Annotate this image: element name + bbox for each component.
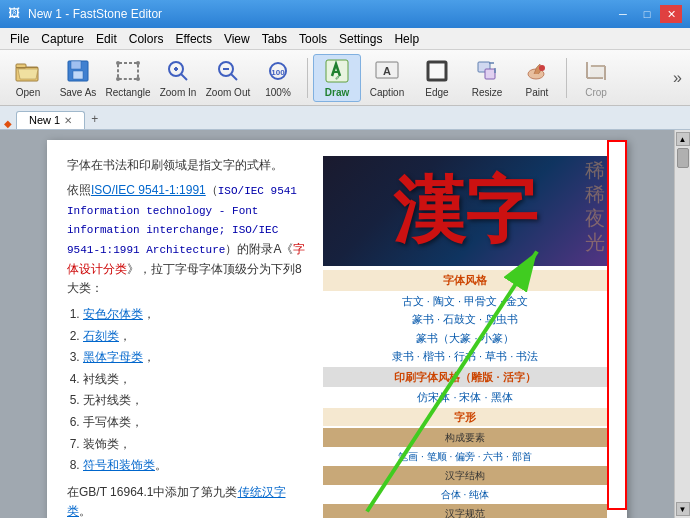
scroll-thumb[interactable] bbox=[677, 148, 689, 168]
hanzi-panel: 字体风格 古文 · 陶文 · 甲骨文 · 金文 篆书 · 石鼓文 · 鸟虫书 篆… bbox=[323, 270, 607, 518]
menu-colors[interactable]: Colors bbox=[123, 30, 170, 48]
app-icon: 🖼 bbox=[8, 6, 24, 22]
document: 字体在书法和印刷领域是指文字的式样。 依照ISO/IEC 9541-1:1991… bbox=[47, 140, 627, 518]
style-row2: 篆书 · 石鼓文 · 鸟虫书 bbox=[323, 311, 607, 328]
menu-bar: File Capture Edit Colors Effects View Ta… bbox=[0, 28, 690, 50]
svg-point-11 bbox=[136, 77, 140, 81]
paint-button[interactable]: Paint bbox=[513, 54, 561, 102]
svg-point-8 bbox=[116, 61, 120, 65]
svg-line-15 bbox=[181, 74, 187, 80]
crop-button[interactable]: Crop bbox=[572, 54, 620, 102]
print-style-row: 印刷字体风格（雕版 · 活字） bbox=[323, 367, 607, 388]
svg-rect-6 bbox=[73, 71, 83, 79]
svg-rect-5 bbox=[71, 61, 81, 69]
toolbar: Open Save As Rectangle bbox=[0, 50, 690, 106]
style-title: 字体风格 bbox=[323, 270, 607, 291]
svg-point-9 bbox=[136, 61, 140, 65]
style-row4: 隶书 · 楷书 · 行书 · 草书 · 书法 bbox=[323, 348, 607, 365]
window-title: New 1 - FastStone Editor bbox=[28, 7, 162, 21]
maximize-button[interactable]: □ bbox=[636, 5, 658, 23]
tab-add-button[interactable]: + bbox=[85, 110, 104, 129]
tab-label: New 1 bbox=[29, 114, 60, 126]
text-column: 字体在书法和印刷领域是指文字的式样。 依照ISO/IEC 9541-1:1991… bbox=[67, 156, 307, 518]
menu-tools[interactable]: Tools bbox=[293, 30, 333, 48]
hanzi-image: 稀稀夜光 漢字 bbox=[323, 156, 607, 266]
svg-text:A: A bbox=[383, 65, 391, 77]
svg-rect-26 bbox=[428, 62, 446, 80]
doc-area[interactable]: 字体在书法和印刷领域是指文字的式样。 依照ISO/IEC 9541-1:1991… bbox=[0, 130, 674, 518]
struct-items: 合体 · 纯体 bbox=[323, 487, 607, 502]
svg-rect-7 bbox=[118, 63, 138, 79]
edge-button[interactable]: Edge bbox=[413, 54, 461, 102]
draw-button[interactable]: ✐ Draw bbox=[313, 54, 361, 102]
footer-text: 在GB/T 16964.1中添加了第九类传统汉字类。 bbox=[67, 483, 307, 518]
menu-settings[interactable]: Settings bbox=[333, 30, 388, 48]
red-highlight-box bbox=[607, 140, 627, 510]
close-button[interactable]: ✕ bbox=[660, 5, 682, 23]
minimize-button[interactable]: ─ bbox=[612, 5, 634, 23]
svg-rect-29 bbox=[485, 69, 495, 79]
svg-rect-38 bbox=[590, 65, 604, 78]
svg-rect-2 bbox=[16, 67, 38, 68]
style-row1: 古文 · 陶文 · 甲骨文 · 金文 bbox=[323, 293, 607, 310]
intro-text: 字体在书法和印刷领域是指文字的式样。 bbox=[67, 156, 307, 175]
hanzi-main-char: 漢字 bbox=[393, 163, 537, 259]
menu-help[interactable]: Help bbox=[388, 30, 425, 48]
style-row3: 篆书（大篆 · 小篆） bbox=[323, 330, 607, 347]
zoom-out-button[interactable]: Zoom Out bbox=[204, 54, 252, 102]
norm-header: 汉字规范 bbox=[323, 504, 607, 518]
svg-line-18 bbox=[231, 74, 237, 80]
menu-capture[interactable]: Capture bbox=[35, 30, 90, 48]
svg-text:✐: ✐ bbox=[335, 75, 340, 81]
compose-header: 构成要素 bbox=[323, 428, 607, 447]
svg-point-10 bbox=[116, 77, 120, 81]
tab-bar: ◆ New 1 ✕ + bbox=[0, 106, 690, 130]
menu-view[interactable]: View bbox=[218, 30, 256, 48]
menu-tabs[interactable]: Tabs bbox=[256, 30, 293, 48]
para-text: 依照ISO/IEC 9541-1:1991（ISO/IEC 9541 Infor… bbox=[67, 181, 307, 298]
menu-effects[interactable]: Effects bbox=[169, 30, 217, 48]
right-column: 稀稀夜光 漢字 字体风格 古文 · 陶文 · 甲骨文 · 金文 篆书 · 石鼓文… bbox=[323, 156, 607, 518]
struct-header: 汉字结构 bbox=[323, 466, 607, 485]
tab-new1[interactable]: New 1 ✕ bbox=[16, 111, 85, 129]
save-as-button[interactable]: Save As bbox=[54, 54, 102, 102]
svg-point-33 bbox=[539, 65, 545, 71]
resize-button[interactable]: Resize bbox=[463, 54, 511, 102]
tab-close-icon[interactable]: ✕ bbox=[64, 115, 72, 126]
compose-items: 笔画 · 笔顺 · 偏旁 · 六书 · 部首 bbox=[323, 449, 607, 464]
open-button[interactable]: Open bbox=[4, 54, 52, 102]
main-content: 字体在书法和印刷领域是指文字的式样。 依照ISO/IEC 9541-1:1991… bbox=[0, 130, 690, 518]
svg-text:100: 100 bbox=[271, 68, 285, 77]
tab-diamond: ◆ bbox=[4, 118, 12, 129]
caption-button[interactable]: A Caption bbox=[363, 54, 411, 102]
scroll-down-button[interactable]: ▼ bbox=[676, 502, 690, 516]
vertical-scrollbar[interactable]: ▲ ▼ bbox=[674, 130, 690, 518]
svg-marker-3 bbox=[18, 69, 38, 79]
shape-title: 字形 bbox=[323, 408, 607, 427]
list: 安色尔体类， 石刻类， 黑体字母类， 衬线类， 无衬线类， 手写体类， 装饰类，… bbox=[83, 304, 307, 477]
zoom-100-button[interactable]: 100 100% bbox=[254, 54, 302, 102]
menu-file[interactable]: File bbox=[4, 30, 35, 48]
title-bar: 🖼 New 1 - FastStone Editor ─ □ ✕ bbox=[0, 0, 690, 28]
scroll-up-button[interactable]: ▲ bbox=[676, 132, 690, 146]
rectangle-button[interactable]: Rectangle bbox=[104, 54, 152, 102]
print-style-items: 仿宋体 · 宋体 · 黑体 bbox=[323, 389, 607, 406]
menu-edit[interactable]: Edit bbox=[90, 30, 123, 48]
zoom-in-button[interactable]: Zoom In bbox=[154, 54, 202, 102]
toolbar-overflow[interactable]: » bbox=[669, 69, 686, 87]
